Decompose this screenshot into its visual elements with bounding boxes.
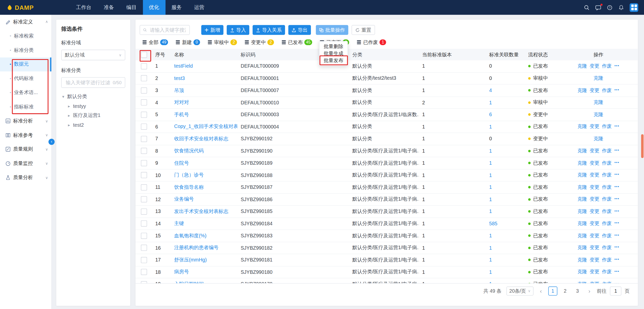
status-tab[interactable]: 已作废 1 [357,39,386,46]
action-more[interactable]: ⋯ [614,123,620,130]
sidebar-item[interactable]: 标准检索 [0,29,51,43]
row-name-link[interactable]: 收回手术安全核对表标志 [174,136,228,142]
tree-node[interactable]: ▸ testyy [61,101,125,111]
action-change[interactable]: 变更 [590,196,599,203]
row-relations-count[interactable]: 1 [489,124,492,130]
action-clone[interactable]: 克隆 [578,123,587,130]
nav-item[interactable]: 工作台 [70,0,98,15]
import-relations-button[interactable]: 导入关系 [253,25,285,35]
row-relations-count[interactable]: 4 [489,87,492,93]
help-icon[interactable]: ? [607,4,613,10]
reset-button[interactable]: 重置 [352,25,375,35]
export-button[interactable]: 导出 [288,25,311,35]
action-discard[interactable]: 作废 [602,172,612,179]
row-name-link[interactable]: 饮食指导名称 [174,184,204,190]
action-more[interactable]: ⋯ [614,232,620,239]
action-clone[interactable]: 克隆 [578,256,587,263]
row-name-link[interactable]: 血氧饱和度(%) [174,233,206,238]
row-relations-count[interactable]: 6 [489,112,492,117]
row-relations-count[interactable]: 1 [489,184,492,190]
row-name-link[interactable]: 舒张压(mmHg) [174,257,207,263]
row-relations-count[interactable]: 1 [489,257,492,263]
action-change[interactable]: 变更 [590,208,599,215]
row-relations-count[interactable]: 1 [489,100,492,105]
row-name-link[interactable]: 饮食情况代码 [174,148,204,154]
action-clone[interactable]: 克隆 [578,63,587,70]
nav-item[interactable]: 优化 [143,0,165,15]
row-checkbox[interactable] [141,233,147,239]
action-change[interactable]: 变更 [590,123,599,130]
sidebar-group-standard-analysis[interactable]: 标准分析 ∨ [0,114,51,128]
row-name-link[interactable]: 住院号 [174,160,189,166]
nav-item[interactable]: 服务 [165,0,188,15]
page-number[interactable]: 1 [548,287,557,296]
row-name-link[interactable]: 门（急）诊号 [174,172,204,178]
action-clone[interactable]: 克隆 [578,196,587,203]
page-number[interactable]: 2 [561,287,570,296]
row-name-link[interactable]: 主键 [174,220,184,226]
row-name-link[interactable]: 对对对 [174,100,189,105]
row-relations-count[interactable]: 1 [489,148,492,154]
batch-operations-button[interactable]: 批量操作 [316,25,348,35]
sidebar-group-quality-rules[interactable]: 质量规则 ∨ [0,142,51,156]
row-relations-count[interactable]: 1 [489,233,492,239]
collapse-sidebar-button[interactable]: ‹ [49,139,55,145]
row-checkbox[interactable] [141,257,147,263]
row-checkbox[interactable] [141,112,147,118]
batch-menu-item[interactable]: 批量生成 [319,50,347,57]
category-filter-input[interactable] [65,79,111,86]
goto-page-input[interactable] [610,287,621,296]
row-checkbox[interactable] [141,87,147,93]
select-all-checkbox[interactable] [141,52,147,58]
action-more[interactable]: ⋯ [614,160,620,167]
action-change[interactable]: 变更 [590,232,599,239]
status-tab[interactable]: 新建 0 [175,39,200,46]
sidebar-item[interactable]: 标准分类 [0,43,51,57]
row-name-link[interactable]: Copy_1_收回手术安全核对表 [174,124,237,129]
row-relations-count[interactable]: 1 [489,209,492,214]
row-checkbox[interactable] [141,172,147,178]
row-checkbox[interactable] [141,208,147,214]
row-name-link[interactable]: 业务编号 [174,196,194,202]
action-discard[interactable]: 作废 [602,148,612,155]
action-change[interactable]: 变更 [590,184,599,191]
row-checkbox[interactable] [141,124,147,130]
action-discard[interactable]: 作废 [602,256,612,263]
action-change[interactable]: 变更 [590,172,599,179]
action-clone[interactable]: 克隆 [593,75,603,82]
row-relations-count[interactable]: 0 [489,63,492,69]
row-checkbox[interactable] [141,245,147,251]
action-more[interactable]: ⋯ [614,256,620,263]
action-clone[interactable]: 克隆 [578,184,587,191]
action-discard[interactable]: 作废 [602,269,612,276]
sidebar-item[interactable]: 指标标准 [0,100,51,114]
bell-icon[interactable] [618,4,624,10]
action-change[interactable]: 变更 [590,256,599,263]
row-relations-count[interactable]: 1 [489,160,492,166]
action-more[interactable]: ⋯ [614,148,620,155]
row-checkbox[interactable] [141,281,147,283]
next-page-button[interactable]: › [585,287,594,296]
action-more[interactable]: ⋯ [614,244,620,251]
row-name-link[interactable]: testField [174,63,193,69]
row-relations-count[interactable]: 1 [489,245,492,251]
row-checkbox[interactable] [141,100,147,106]
sidebar-group-quality-analysis[interactable]: 质量分析 ∨ [0,170,51,185]
row-name-link[interactable]: 吊顶 [174,87,184,93]
action-change[interactable]: 变更 [590,244,599,251]
action-discard[interactable]: 作废 [602,160,612,167]
action-discard[interactable]: 作废 [602,87,612,94]
action-change[interactable]: 变更 [590,160,599,167]
action-discard[interactable]: 作废 [602,244,612,251]
row-checkbox[interactable] [141,184,147,190]
action-more[interactable]: ⋯ [614,281,620,283]
page-size-select[interactable]: 20条/页 ∨ [506,287,534,296]
row-relations-count[interactable]: 1 [489,269,492,275]
row-relations-count[interactable]: 585 [489,221,497,227]
keyword-search-input[interactable] [149,27,186,33]
action-clone[interactable]: 克隆 [578,232,587,239]
import-button[interactable]: 导入 [227,25,249,35]
action-discard[interactable]: 作废 [602,232,612,239]
action-discard[interactable]: 作废 [602,123,612,130]
action-more[interactable]: ⋯ [614,63,620,70]
